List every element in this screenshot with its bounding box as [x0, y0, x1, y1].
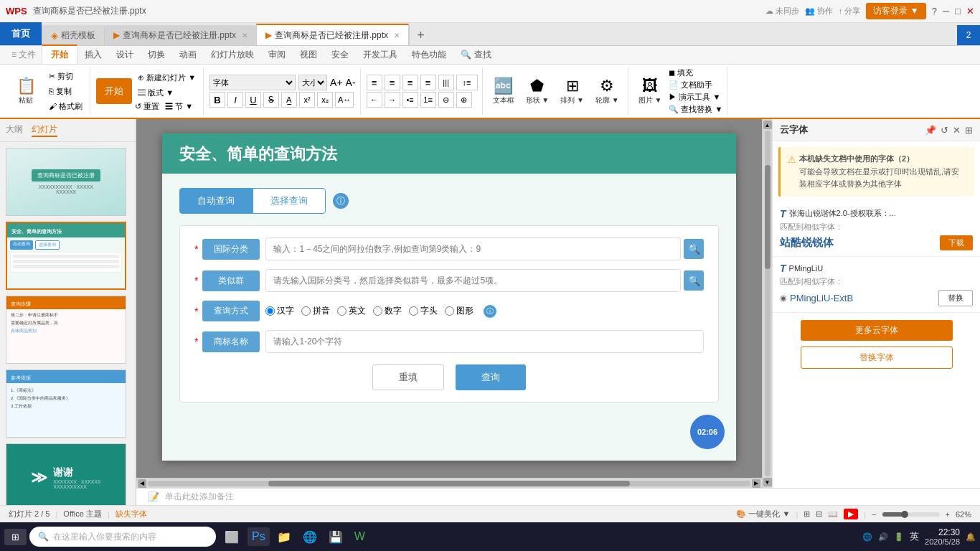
bullet-btn[interactable]: •≡: [402, 92, 418, 108]
present-tools-btn[interactable]: ▶ 演示工具 ▼: [669, 92, 722, 103]
ribbon-insert-tab[interactable]: 插入: [77, 46, 109, 64]
ribbon-security-tab[interactable]: 安全: [324, 46, 356, 64]
intl-class-input[interactable]: [265, 237, 681, 260]
notification-btn[interactable]: 🔔: [966, 532, 976, 542]
ribbon-find-tab[interactable]: 🔍 查找: [453, 46, 498, 64]
align-center-btn[interactable]: ≡: [385, 75, 400, 90]
h-scrollbar[interactable]: ◀ ▶: [136, 478, 762, 488]
view-normal-btn[interactable]: ⊞: [804, 509, 810, 519]
slide-thumb-5[interactable]: ≫ 谢谢 XXXXXXX · XXXXXXXXXXXXXXXX: [6, 443, 126, 505]
share-btn[interactable]: ↑ 分享: [839, 6, 861, 17]
scroll-up-btn[interactable]: ▲: [763, 121, 772, 129]
pptx-tab2[interactable]: ▶ 查询商标是否已经被注册.pptx ✕: [256, 24, 409, 45]
radio-number-input[interactable]: [373, 306, 382, 316]
view-reading-btn[interactable]: 📖: [828, 509, 838, 519]
radio-hanzi[interactable]: 汉字: [265, 305, 294, 317]
lang-indicator[interactable]: 英: [910, 530, 919, 543]
scroll-right-btn[interactable]: ▶: [752, 479, 760, 488]
radio-english[interactable]: 英文: [337, 305, 366, 317]
help-btn[interactable]: ?: [932, 6, 937, 17]
trademark-input[interactable]: [265, 330, 704, 353]
select-query-tab[interactable]: 选择查询: [253, 188, 326, 214]
task-unknown1[interactable]: 💾: [324, 527, 347, 547]
slide-item-5[interactable]: 5 ≫ 谢谢 XXXXXXX · XXXXXXXXXXXXXXXX: [6, 443, 130, 505]
radio-initial-input[interactable]: [409, 306, 418, 316]
columns-btn[interactable]: |||: [438, 75, 454, 90]
start-btn[interactable]: 开始: [96, 78, 132, 104]
query-method-info[interactable]: ⓘ: [484, 305, 496, 318]
layout-btn[interactable]: ▤ 版式 ▼: [135, 86, 199, 100]
radio-number[interactable]: 数字: [373, 305, 402, 317]
arrange-btn[interactable]: ⊞ 排列 ▼: [556, 74, 588, 108]
font-2-replace-btn[interactable]: 替换: [938, 290, 973, 306]
taskbar-search-text[interactable]: 在这里输入你要搜索的内容: [53, 531, 156, 543]
missing-font-btn[interactable]: 缺失字体: [116, 509, 147, 519]
intl-class-search-btn[interactable]: 🔍: [684, 239, 704, 259]
template-tab[interactable]: ◈ 稻壳模板: [42, 25, 104, 45]
outdent-btn[interactable]: ←: [367, 92, 382, 108]
copy-btn[interactable]: ⎘ 复制: [46, 85, 85, 98]
radio-hanzi-input[interactable]: [265, 306, 275, 316]
radio-initial[interactable]: 字头: [409, 305, 438, 317]
task-photoshop[interactable]: Ps: [248, 527, 270, 546]
zoom-out-btn[interactable]: −: [872, 510, 876, 519]
v-scroll-track[interactable]: [765, 131, 771, 476]
more-fonts-btn[interactable]: 更多云字体: [801, 320, 953, 341]
new-tab-btn[interactable]: +: [409, 25, 432, 45]
panel-pin-btn[interactable]: 📌: [925, 125, 936, 136]
reset-btn[interactable]: ↺ 重置: [135, 101, 159, 112]
taskbar-search[interactable]: 🔍 在这里输入你要搜索的内容: [29, 527, 216, 547]
radio-pinyin-input[interactable]: [301, 306, 311, 316]
indent-btn[interactable]: →: [385, 92, 400, 108]
panel-expand-btn[interactable]: ⊞: [965, 125, 973, 136]
radio-figure[interactable]: 图形: [445, 305, 473, 317]
subscript-btn[interactable]: x₂: [317, 92, 333, 108]
ribbon-devtools-tab[interactable]: 开发工具: [356, 46, 405, 64]
format-btn[interactable]: 🖌 格式刷: [46, 100, 85, 113]
numbering-btn[interactable]: 1≡: [420, 92, 436, 108]
minimize-btn[interactable]: ─: [943, 6, 949, 17]
ribbon-file-tab[interactable]: ≡ 文件: [6, 46, 42, 64]
pptx-tab1[interactable]: ▶ 查询商标是否已经被注册.pptx ✕: [104, 25, 256, 45]
cut-btn[interactable]: ✂ 剪切: [46, 70, 85, 83]
scroll-left-btn[interactable]: ◀: [138, 479, 146, 488]
pptx-tab2-close[interactable]: ✕: [394, 32, 400, 39]
doc-assist-btn[interactable]: 📄 文档助手: [669, 80, 722, 90]
task-wps[interactable]: W: [350, 527, 369, 546]
radio-english-input[interactable]: [337, 306, 347, 316]
slide-thumb-4[interactable]: 参考依据 1.《商标法》 2.《国际分类中的商品和服务》 3.工作依据: [6, 369, 126, 438]
one-click-btn[interactable]: 🎨 一键美化 ▼: [736, 509, 790, 519]
slide-item-1[interactable]: 1 查询商标是否已被注册 XXXXXXXXXX · XXXXXXXXXXX: [6, 148, 130, 216]
replace-fonts-btn[interactable]: 替换字体: [801, 347, 953, 369]
ribbon-home-tab[interactable]: 开始: [42, 44, 77, 64]
v-scrollbar[interactable]: ▲ ▼: [762, 119, 772, 488]
font-shrink-btn[interactable]: A-: [346, 77, 356, 88]
font-size-select[interactable]: 大小: [298, 75, 327, 90]
scroll-down-btn[interactable]: ▼: [763, 478, 772, 486]
task-action-center[interactable]: ⬜: [219, 527, 245, 547]
ribbon-animation-tab[interactable]: 动画: [172, 46, 204, 64]
ribbon-slideshow-tab[interactable]: 幻灯片放映: [204, 46, 261, 64]
windows-btn[interactable]: ⊞: [4, 529, 27, 545]
italic-btn[interactable]: I: [227, 92, 243, 108]
slide-thumb-3[interactable]: 查询步骤 第二步：申请注册商标不 需要确定好所属品类，具 具体商品类别: [6, 296, 126, 364]
zoom-slider[interactable]: [882, 512, 940, 517]
image-btn[interactable]: 🖼 图片 ▼: [634, 74, 666, 108]
query-submit-btn[interactable]: 查询: [456, 364, 526, 390]
slide-thumb-2[interactable]: 安全、简单的查询方法 自动查询 选择查询: [6, 222, 126, 290]
ribbon-view-tab[interactable]: 视图: [293, 46, 324, 64]
textbox-btn[interactable]: 🔤 文本框: [489, 74, 519, 108]
decrease-indent-btn[interactable]: ⊖: [438, 92, 454, 108]
slideshow-btn[interactable]: ▶: [844, 509, 858, 519]
increase-indent-btn[interactable]: ⊕: [456, 92, 472, 108]
similar-group-input[interactable]: [265, 269, 681, 292]
ribbon-transition-tab[interactable]: 切换: [141, 46, 172, 64]
align-right-btn[interactable]: ≡: [402, 75, 418, 90]
outline-tab[interactable]: 大纲: [6, 123, 23, 137]
shape-btn[interactable]: ⬟ 形状 ▼: [522, 74, 554, 108]
paste-btn[interactable]: 📋 粘贴: [9, 74, 43, 108]
colab-btn[interactable]: 👥 协作: [805, 6, 833, 17]
close-btn[interactable]: ✕: [966, 6, 974, 17]
ribbon-special-tab[interactable]: 特色功能: [405, 46, 453, 64]
task-chrome[interactable]: 🌐: [298, 527, 321, 547]
